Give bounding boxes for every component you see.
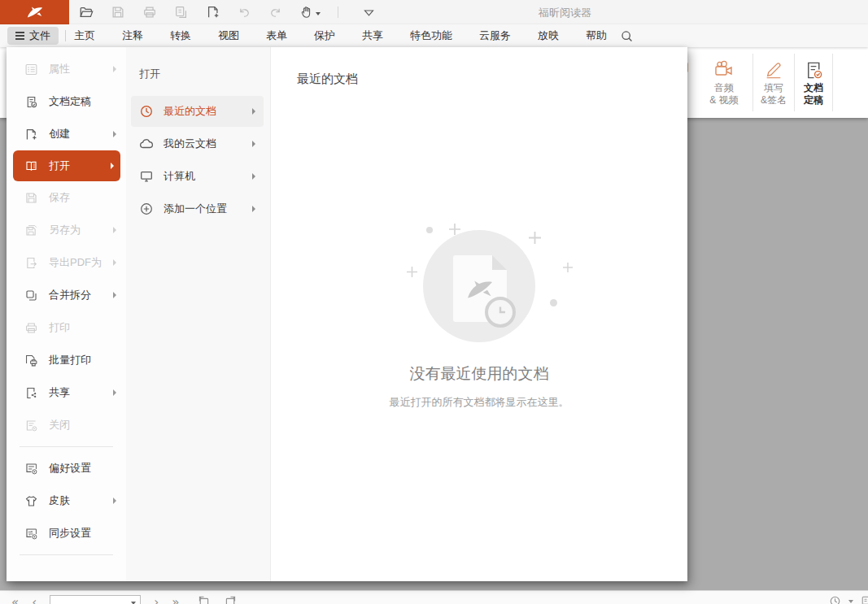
statusbar-right-controls bbox=[829, 595, 868, 604]
add-place-icon bbox=[139, 202, 154, 216]
customize-toolbar-icon[interactable] bbox=[362, 6, 376, 20]
tab-protect[interactable]: 保护 bbox=[314, 28, 335, 43]
print-icon[interactable] bbox=[142, 5, 157, 20]
ribbon-group-label-line: 音频 bbox=[714, 82, 734, 94]
first-page-icon[interactable]: « bbox=[11, 597, 19, 604]
tab-home[interactable]: 主页 bbox=[74, 28, 95, 43]
empty-state: 没有最近使用的文档 最近打开的所有文档都将显示在这里。 bbox=[271, 230, 687, 410]
file-menu-item-properties[interactable]: 属性 bbox=[7, 53, 126, 85]
export-pdf-icon bbox=[24, 256, 38, 270]
open-location-computer[interactable]: 计算机 bbox=[131, 161, 264, 192]
tab-slideshow[interactable]: 放映 bbox=[538, 28, 559, 43]
menu-item-label: 合并拆分 bbox=[49, 288, 103, 302]
open-folder-icon[interactable] bbox=[79, 5, 94, 20]
submenu-arrow-icon bbox=[252, 206, 255, 212]
location-label: 计算机 bbox=[164, 169, 242, 184]
file-menu-item-sync-settings[interactable]: 同步设置 bbox=[7, 517, 126, 550]
file-menu-item-save[interactable]: 保存 bbox=[7, 181, 126, 214]
window-title: 福昕阅读器 bbox=[539, 6, 591, 20]
previous-view-icon[interactable] bbox=[197, 596, 211, 604]
undo-icon[interactable] bbox=[238, 6, 251, 20]
pencil-icon bbox=[764, 60, 783, 80]
tab-features[interactable]: 特色功能 bbox=[410, 28, 452, 43]
computer-icon bbox=[139, 169, 154, 184]
redo-icon[interactable] bbox=[268, 6, 282, 20]
new-document-icon[interactable] bbox=[206, 5, 220, 20]
ribbon-group-fill-sign[interactable]: 填写 &签名 bbox=[753, 47, 794, 118]
open-location-add-place[interactable]: 添加一个位置 bbox=[131, 193, 264, 224]
submenu-arrow-icon bbox=[111, 163, 114, 169]
open-location-cloud-docs[interactable]: 我的云文档 bbox=[131, 128, 264, 159]
tab-form[interactable]: 表单 bbox=[266, 28, 287, 43]
ribbon-group-audio-video[interactable]: 音频 & 视频 bbox=[696, 47, 752, 118]
file-menu-item-skin[interactable]: 皮肤 bbox=[7, 485, 126, 517]
next-view-icon[interactable] bbox=[224, 596, 238, 604]
menu-item-label: 打印 bbox=[49, 320, 116, 335]
close-doc-icon bbox=[24, 419, 38, 432]
hand-tool-button[interactable] bbox=[299, 5, 321, 20]
ribbon-separator bbox=[832, 54, 833, 111]
file-menu-item-preferences[interactable]: 偏好设置 bbox=[7, 452, 126, 485]
menu-item-label: 文档定稿 bbox=[49, 94, 116, 109]
sparkle-icon bbox=[449, 224, 460, 235]
menu-item-label: 批量打印 bbox=[49, 353, 116, 367]
recent-panel-title: 最近的文档 bbox=[297, 72, 358, 87]
page-number-combobox[interactable] bbox=[50, 595, 141, 604]
next-page-icon[interactable]: › bbox=[154, 597, 159, 604]
file-button-label: 文件 bbox=[29, 28, 50, 43]
menu-item-label: 创建 bbox=[49, 127, 103, 141]
menu-item-label: 另存为 bbox=[49, 223, 103, 237]
file-menu-item-merge-split[interactable]: 合并拆分 bbox=[7, 279, 126, 311]
tab-convert[interactable]: 转换 bbox=[170, 28, 191, 43]
file-menu-item-open[interactable]: 打开 bbox=[13, 150, 120, 181]
tab-share[interactable]: 共享 bbox=[362, 28, 383, 43]
last-page-icon[interactable]: » bbox=[172, 597, 179, 604]
file-menu-item-share[interactable]: 共享 bbox=[7, 376, 126, 409]
previous-page-icon[interactable]: ‹ bbox=[32, 597, 37, 604]
file-menu-item-doc-finalize[interactable]: 文档定稿 bbox=[7, 85, 126, 118]
sparkle-dot bbox=[426, 227, 433, 233]
menu-item-label: 打开 bbox=[49, 159, 100, 173]
save-as-icon bbox=[24, 224, 38, 237]
hand-tool-icon bbox=[299, 5, 314, 20]
skin-icon bbox=[24, 494, 38, 508]
merge-split-icon bbox=[24, 289, 38, 302]
menu-divider bbox=[20, 446, 113, 447]
tab-help[interactable]: 帮助 bbox=[586, 28, 607, 43]
reading-time-icon[interactable] bbox=[829, 595, 841, 604]
app-logo[interactable] bbox=[0, 0, 69, 24]
open-location-recent-docs[interactable]: 最近的文档 bbox=[131, 96, 264, 127]
file-menu-button[interactable]: 文件 bbox=[7, 27, 59, 45]
ribbon-group-label-line: 定稿 bbox=[804, 94, 823, 106]
batch-print-icon bbox=[24, 354, 38, 367]
tab-comment[interactable]: 注释 bbox=[122, 28, 143, 43]
submenu-arrow-icon bbox=[113, 498, 116, 504]
menu-item-label: 偏好设置 bbox=[49, 461, 116, 476]
file-menu-item-close[interactable]: 关闭 bbox=[7, 409, 126, 441]
tab-cloud[interactable]: 云服务 bbox=[479, 28, 511, 43]
save-icon bbox=[24, 191, 38, 205]
submenu-arrow-icon bbox=[113, 292, 116, 298]
tab-view[interactable]: 视图 bbox=[218, 28, 239, 43]
save-icon[interactable] bbox=[111, 5, 125, 20]
file-menu-item-create[interactable]: 创建 bbox=[7, 118, 126, 150]
status-bar: « ‹ › » bbox=[0, 590, 868, 604]
file-menu-item-print[interactable]: 打印 bbox=[7, 311, 126, 344]
dropdown-caret-icon bbox=[848, 600, 853, 603]
sync-settings-icon bbox=[24, 527, 38, 541]
print-icon bbox=[24, 321, 38, 335]
open-book-icon bbox=[24, 159, 38, 173]
file-menu-item-export-pdf[interactable]: 导出PDF为 bbox=[7, 246, 126, 279]
file-menu-item-save-as[interactable]: 另存为 bbox=[7, 214, 126, 246]
search-icon[interactable] bbox=[620, 29, 634, 43]
submenu-arrow-icon bbox=[113, 66, 116, 72]
submenu-arrow-icon bbox=[113, 131, 116, 137]
view-mode-icon[interactable] bbox=[861, 595, 868, 604]
ribbon-group-doc-finalize[interactable]: 文档 定稿 bbox=[795, 47, 832, 118]
file-menu-item-batch-print[interactable]: 批量打印 bbox=[7, 344, 126, 376]
menu-item-label: 同步设置 bbox=[49, 526, 116, 541]
foxit-bird-icon bbox=[26, 3, 44, 21]
copy-page-icon[interactable] bbox=[174, 5, 189, 20]
clock-badge-icon bbox=[485, 297, 516, 328]
file-menu-overlay: 属性 文档定稿 创建 打开 保存 另存为 导出PDF为 bbox=[7, 47, 687, 581]
